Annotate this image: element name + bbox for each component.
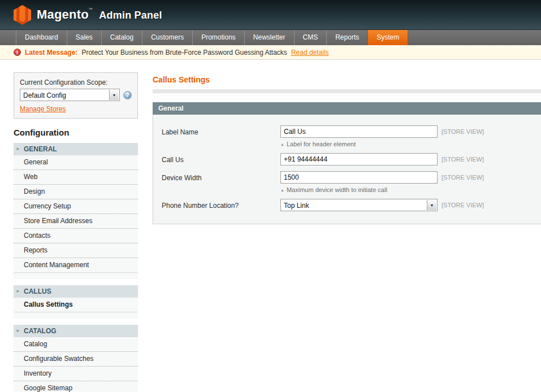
sidebar-item-currency-setup[interactable]: Currency Setup [14,199,138,214]
section-header-label: CATALOG [24,327,57,335]
message-label: Latest Message: [25,49,77,56]
main-nav: Dashboard Sales Catalog Customers Promot… [0,29,541,45]
nav-tab-promotions[interactable]: Promotions [192,30,244,45]
config-sidebar: Current Configuration Scope: Default Con… [14,72,138,392]
general-settings-fieldset: Label Name ▲ Label for header element [S… [153,115,541,224]
toolbar-bar [153,89,541,93]
sidebar-item-web[interactable]: Web [14,169,138,184]
page-title: Callus Settings [153,75,541,84]
sidebar-item-store-email-addresses[interactable]: Store Email Addresses [14,214,138,228]
alert-icon: ! [14,49,21,56]
sidebar-section-general: ► GENERAL General Web Design Currency Se… [14,143,138,279]
field-row-call-us: Call Us [STORE VIEW] [162,153,536,165]
nav-tab-customers[interactable]: Customers [142,30,192,45]
sidebar-item-inventory[interactable]: Inventory [14,366,138,381]
chevron-down-icon: ▼ [110,90,119,101]
chevron-right-icon: ► [16,325,20,337]
field-label: Device Width [162,171,280,182]
sidebar-section-header-catalog[interactable]: ► CATALOG [14,325,138,337]
select-dropdown-button[interactable]: ▼ [427,200,436,210]
field-row-label-name: Label Name ▲ Label for header element [S… [162,125,536,147]
config-scope-selected-value: Default Config [20,89,119,101]
sidebar-item-content-management[interactable]: Content Management [14,258,138,273]
nav-tab-dashboard[interactable]: Dashboard [16,30,67,45]
sidebar-section-header-general[interactable]: ► GENERAL [14,143,138,155]
scope-badge: [STORE VIEW] [442,153,536,163]
config-scope-select[interactable]: Default Config ▼ [20,89,120,101]
field-label: Call Us [162,153,280,164]
message-text: Protect Your Business from Brute-Force P… [81,49,287,56]
select-dropdown-button[interactable]: ▼ [109,90,119,100]
main-content: Callus Settings General Label Name ▲ Lab… [153,60,541,224]
nav-tab-reports[interactable]: Reports [326,30,367,45]
field-label: Label Name [162,125,280,136]
chevron-right-icon: ► [16,285,20,298]
admin-header: Magento™ Admin Panel [0,0,541,29]
magento-logo-icon [14,5,31,25]
nav-tab-newsletter[interactable]: Newsletter [244,30,294,45]
phone-number-location-select[interactable]: Top Link ▼ [280,199,438,211]
sidebar-item-reports[interactable]: Reports [14,243,138,258]
brand-name: Magento [37,7,89,21]
phone-number-location-selected-value: Top Link [281,199,437,211]
sidebar-item-design[interactable]: Design [14,184,138,199]
nav-tab-cms[interactable]: CMS [294,30,327,45]
brand-title: Magento™ Admin Panel [37,7,162,22]
scope-badge: [STORE VIEW] [442,125,536,135]
sidebar-title: Configuration [14,128,138,137]
sidebar-section-items: Catalog Configurable Swatches Inventory … [14,337,138,392]
section-header: General [153,102,541,115]
note-text: Label for header element [287,141,356,147]
chevron-right-icon: ► [16,143,20,155]
nav-tab-sales[interactable]: Sales [67,30,101,45]
nav-tab-system[interactable]: System [367,30,408,45]
call-us-input[interactable] [280,153,438,165]
brand-subtitle: Admin Panel [99,10,162,21]
chevron-down-icon: ▼ [427,200,436,211]
sidebar-item-general[interactable]: General [14,155,138,169]
sidebar-item-google-sitemap[interactable]: Google Sitemap [14,381,138,392]
sidebar-item-callus-settings[interactable]: Callus Settings [14,298,138,312]
scope-label: Current Configuration Scope: [20,79,132,86]
sidebar-section-catalog: ► CATALOG Catalog Configurable Swatches … [14,325,138,392]
note-arrow-icon: ▲ [280,188,284,192]
page-body: Current Configuration Scope: Default Con… [0,60,541,392]
scope-badge: [STORE VIEW] [442,199,536,208]
sidebar-item-contacts[interactable]: Contacts [14,228,138,243]
sidebar-section-items: General Web Design Currency Setup Store … [14,155,138,279]
field-row-phone-number-location: Phone Number Location? Top Link ▼ [STORE… [162,199,536,211]
sidebar-section-header-callus[interactable]: ► CALLUS [14,285,138,298]
read-details-link[interactable]: Read details [291,49,329,56]
trademark-mark: ™ [89,7,93,11]
section-header-label: CALLUS [24,288,51,295]
note-text: Maximum device width to initiate call [287,186,387,193]
section-header-label: GENERAL [24,145,57,153]
general-settings-section: General Label Name ▲ Label for header el… [153,102,541,224]
help-icon[interactable]: ? [123,91,132,99]
note-arrow-icon: ▲ [280,142,284,146]
configuration-scope-box: Current Configuration Scope: Default Con… [14,72,138,119]
nav-tab-catalog[interactable]: Catalog [101,30,142,45]
scope-badge: [STORE VIEW] [442,171,536,181]
field-note: ▲ Label for header element [280,141,442,147]
sidebar-section-callus: ► CALLUS Callus Settings [14,285,138,319]
device-width-input[interactable] [280,171,438,184]
sidebar-section-items: Callus Settings [14,298,138,319]
field-note: ▲ Maximum device width to initiate call [280,186,442,193]
sidebar-item-configurable-swatches[interactable]: Configurable Swatches [14,351,138,366]
field-row-device-width: Device Width ▲ Maximum device width to i… [162,171,536,193]
latest-message-bar: ! Latest Message: Protect Your Business … [0,45,541,60]
label-name-input[interactable] [280,125,438,138]
sidebar-item-catalog[interactable]: Catalog [14,337,138,351]
field-label: Phone Number Location? [162,199,280,210]
manage-stores-link[interactable]: Manage Stores [20,105,66,113]
